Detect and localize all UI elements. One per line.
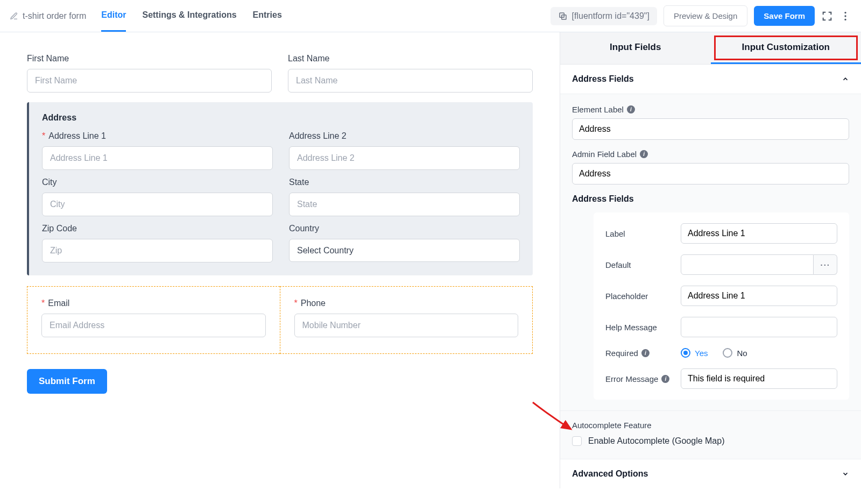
address-line1-label: *Address Line 1 — [42, 131, 273, 141]
zip-label: Zip Code — [42, 224, 273, 233]
state-label: State — [289, 178, 520, 187]
address-title: Address — [42, 113, 520, 123]
last-name-label: Last Name — [288, 54, 533, 63]
form-canvas: First Name Last Name Address *Address Li… — [0, 32, 560, 488]
email-input[interactable] — [41, 314, 266, 337]
advanced-options-header[interactable]: Advanced Options — [560, 459, 861, 488]
required-no-radio[interactable]: No — [723, 348, 747, 358]
layout: First Name Last Name Address *Address Li… — [0, 32, 861, 488]
tab-editor[interactable]: Editor — [101, 0, 126, 32]
card-default-input[interactable] — [681, 254, 814, 275]
autocomplete-checkbox-label: Enable Autocomplete (Google Map) — [588, 436, 724, 446]
form-title: t-shirt order form — [23, 11, 86, 21]
svg-point-2 — [844, 11, 846, 13]
svg-point-4 — [844, 18, 846, 20]
sidebar-tabs: Input Fields Input Customization — [560, 32, 861, 65]
shortcode-box[interactable]: [fluentform id="439"] — [551, 7, 657, 25]
required-star: * — [294, 299, 298, 308]
card-placeholder-input[interactable] — [681, 286, 837, 306]
pencil-icon — [10, 12, 18, 20]
country-select[interactable]: Select Country — [289, 239, 520, 262]
card-placeholder-label: Placeholder — [605, 292, 681, 301]
shortcode-text: [fluentform id="439"] — [572, 11, 650, 21]
card-error-input[interactable] — [681, 368, 837, 389]
address-block[interactable]: Address *Address Line 1 Address Line 2 C… — [27, 102, 533, 275]
tab-input-customization[interactable]: Input Customization — [711, 32, 862, 64]
state-input[interactable] — [289, 193, 520, 216]
settings-panel: Address Fields Element Label i Admin Fie… — [560, 65, 861, 488]
submit-form-button[interactable]: Submit Form — [27, 369, 107, 394]
chevron-down-icon — [842, 470, 849, 478]
element-label-input[interactable] — [572, 118, 849, 140]
card-default-label: Default — [605, 260, 681, 269]
last-name-input[interactable] — [288, 69, 533, 93]
address-field-card: Label Default ··· Placeholder — [594, 212, 849, 400]
country-label: Country — [289, 224, 520, 233]
more-menu-icon[interactable] — [839, 10, 851, 22]
admin-field-label-label: Admin Field Label i — [572, 150, 849, 159]
svg-point-3 — [844, 15, 846, 17]
phone-input[interactable] — [294, 314, 519, 337]
address-line2-label: Address Line 2 — [289, 131, 520, 141]
info-icon[interactable]: i — [627, 105, 635, 113]
city-label: City — [42, 178, 273, 187]
city-input[interactable] — [42, 193, 273, 216]
panel-header-address-fields[interactable]: Address Fields — [560, 65, 861, 94]
autocomplete-section: Autocomplete Feature Enable Autocomplete… — [560, 410, 861, 459]
tab-input-fields[interactable]: Input Fields — [560, 32, 711, 64]
chevron-up-icon — [842, 75, 849, 83]
topbar-right: [fluentform id="439"] Preview & Design S… — [551, 5, 851, 26]
tab-settings[interactable]: Settings & Integrations — [142, 0, 236, 32]
fullscreen-icon[interactable] — [821, 10, 833, 22]
element-label-label: Element Label i — [572, 105, 849, 114]
form-title-wrap[interactable]: t-shirt order form — [10, 11, 86, 21]
info-icon[interactable]: i — [661, 375, 669, 383]
first-name-label: First Name — [27, 54, 272, 63]
email-phone-row: *Email *Phone — [27, 286, 533, 354]
email-label: *Email — [41, 299, 266, 308]
topbar: t-shirt order form Editor Settings & Int… — [0, 0, 861, 32]
address-line1-input[interactable] — [42, 146, 273, 170]
topnav: Editor Settings & Integrations Entries — [101, 0, 282, 32]
address-line2-input[interactable] — [289, 146, 520, 170]
zip-input[interactable] — [42, 239, 273, 262]
autocomplete-checkbox[interactable] — [572, 436, 582, 446]
first-name-input[interactable] — [27, 69, 272, 93]
card-error-label: Error Message i — [605, 374, 681, 384]
copy-icon — [558, 11, 568, 21]
admin-field-label-input[interactable] — [572, 163, 849, 184]
card-label-label: Label — [605, 229, 681, 238]
card-help-label: Help Message — [605, 323, 681, 332]
card-label-input[interactable] — [681, 223, 837, 244]
preview-design-button[interactable]: Preview & Design — [664, 5, 747, 26]
default-value-picker-button[interactable]: ··· — [814, 254, 837, 275]
card-required-label: Required i — [605, 349, 681, 358]
required-star: * — [41, 299, 45, 308]
info-icon[interactable]: i — [640, 150, 648, 158]
phone-label: *Phone — [294, 299, 519, 308]
required-star: * — [42, 131, 45, 140]
info-icon[interactable]: i — [641, 349, 650, 357]
tab-entries[interactable]: Entries — [253, 0, 282, 32]
address-fields-subsection: Address Fields — [572, 194, 849, 204]
autocomplete-title: Autocomplete Feature — [572, 421, 849, 430]
required-yes-radio[interactable]: Yes — [681, 348, 708, 358]
card-help-input[interactable] — [681, 317, 837, 337]
save-form-button[interactable]: Save Form — [754, 6, 815, 26]
sidebar: Input Fields Input Customization Address… — [560, 32, 861, 488]
